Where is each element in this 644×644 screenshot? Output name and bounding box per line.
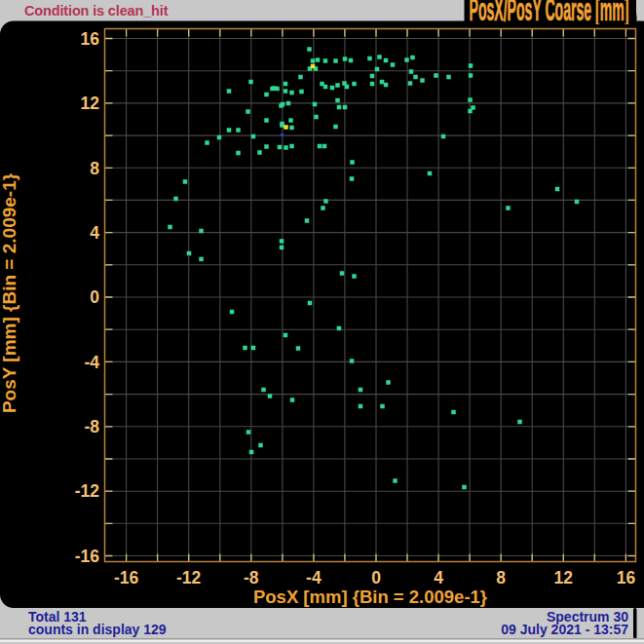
svg-text:PosY [mm] {Bin = 2.009e-1}: PosY [mm] {Bin = 2.009e-1} [0,172,19,413]
svg-text:16: 16 [81,29,100,49]
svg-text:4: 4 [90,223,99,243]
svg-text:12: 12 [554,568,574,587]
svg-text:Condition is clean_hit: Condition is clean_hit [24,3,169,19]
svg-text:12: 12 [81,94,100,113]
svg-text:8: 8 [90,159,99,178]
svg-text:-12: -12 [176,568,202,587]
svg-text:counts in display 129: counts in display 129 [28,622,167,637]
svg-text:0: 0 [90,287,99,307]
svg-text:09 July 2021 - 13:57: 09 July 2021 - 13:57 [501,622,628,637]
svg-text:8: 8 [496,568,506,587]
svg-text:4: 4 [434,568,443,587]
svg-text:-8: -8 [84,417,99,436]
svg-text:PosX [mm] {Bin = 2.009e-1}: PosX [mm] {Bin = 2.009e-1} [253,587,487,607]
svg-text:16: 16 [617,568,636,587]
svg-text:-16: -16 [114,568,139,587]
svg-text:-4: -4 [306,568,322,587]
svg-text:PosX/PosY Coarse [mm]: PosX/PosY Coarse [mm] [470,0,629,27]
svg-text:0: 0 [371,568,381,587]
svg-text:-16: -16 [75,547,100,566]
svg-text:-8: -8 [244,568,259,587]
svg-text:-12: -12 [75,481,100,501]
svg-text:-4: -4 [84,353,99,372]
